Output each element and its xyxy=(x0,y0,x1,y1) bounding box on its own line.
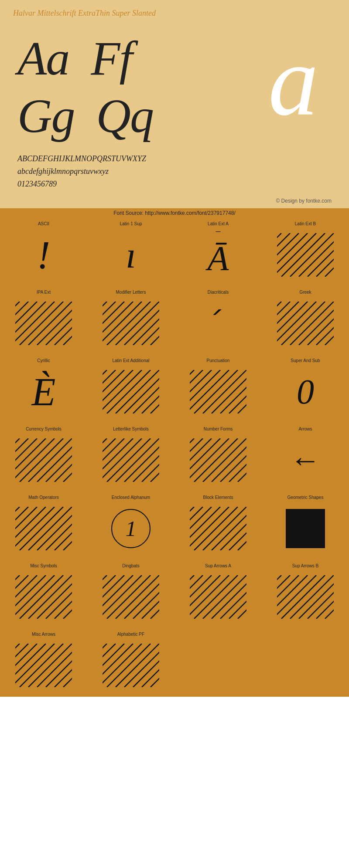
svg-line-161 xyxy=(299,575,334,619)
svg-line-28 xyxy=(116,302,159,345)
glyph-cell: Sup Arrows B xyxy=(262,560,349,628)
svg-line-115 xyxy=(194,507,238,550)
svg-line-38 xyxy=(281,302,325,345)
big-letter-a: a xyxy=(268,31,318,131)
svg-line-105 xyxy=(28,507,72,550)
specimen-area: Aa Ff Gg Qq a ABCDEFGHIJKLMNOPQRSTUVWXYZ… xyxy=(13,27,336,194)
glyph-cell: ASCII ! xyxy=(0,218,87,286)
glyph-display: ‾ Ā xyxy=(183,229,253,281)
svg-line-73 xyxy=(37,438,72,482)
glyph-label: Misc Arrows xyxy=(32,632,55,637)
svg-line-172 xyxy=(37,644,72,687)
glyph-display: 1 xyxy=(96,502,166,555)
glyph-display xyxy=(9,434,79,486)
glyph-display xyxy=(270,229,340,281)
glyph-cell: Geometric Shapes xyxy=(262,492,349,560)
svg-line-126 xyxy=(20,575,63,619)
glyph-cell: Enclosed Alphanum 1 xyxy=(87,492,174,560)
svg-line-182 xyxy=(116,644,159,687)
glyph-label: Greek xyxy=(299,290,311,295)
svg-line-62 xyxy=(212,370,246,414)
uppercase-letters: ABCDEFGHIJKLMNOPQRSTUVWXYZ xyxy=(17,153,336,165)
svg-line-5 xyxy=(281,233,325,277)
glyph-display: È xyxy=(9,366,79,418)
svg-line-94 xyxy=(203,438,246,482)
letter-pair-ff: Ff xyxy=(91,31,132,86)
glyph-label: Block Elements xyxy=(203,495,233,500)
glyph-cell: Block Elements xyxy=(174,492,262,560)
glyph-display: 0 xyxy=(270,366,340,418)
glyph-cell: Diacriticals ́ xyxy=(174,286,262,355)
svg-line-60 xyxy=(194,370,238,414)
zero-italic-char: 0 xyxy=(297,372,314,412)
glyph-cell: Number Forms xyxy=(174,423,262,492)
glyph-label: Modifier Letters xyxy=(116,290,146,295)
glyph-label: Arrows xyxy=(298,427,312,431)
glyph-label: Sup Arrows B xyxy=(292,563,319,568)
svg-line-7 xyxy=(299,233,334,277)
arrow-left-char: ← xyxy=(290,443,321,478)
glyph-label: Geometric Shapes xyxy=(287,495,324,500)
glyph-cell: Latin Ext Additional xyxy=(87,355,174,423)
svg-line-82 xyxy=(107,438,151,482)
glyph-cell: Latin Ext A ‾ Ā xyxy=(174,218,262,286)
svg-line-83 xyxy=(116,438,159,482)
letter-pair-gg: Gg xyxy=(17,88,74,144)
svg-line-51 xyxy=(124,370,159,414)
glyph-grid: ASCII ! Latin 1 Sup ı Latin Ext A ‾ Ā La… xyxy=(0,218,349,697)
svg-line-16 xyxy=(20,302,63,345)
svg-line-49 xyxy=(107,370,151,414)
glyph-cell: Sup Arrows A xyxy=(174,560,262,628)
black-square-char xyxy=(286,509,325,548)
svg-line-27 xyxy=(107,302,151,345)
source-line: Font Source: http://www.fontke.com/font/… xyxy=(0,208,349,218)
glyph-cell: Modifier Letters xyxy=(87,286,174,355)
glyph-display xyxy=(9,639,79,692)
exclaim-char: ! xyxy=(37,233,50,278)
glyph-label: Number Forms xyxy=(204,427,233,431)
glyph-label: Math Operators xyxy=(28,495,58,500)
svg-line-40 xyxy=(299,302,334,345)
glyph-cell: Dingbats xyxy=(87,560,174,628)
svg-line-50 xyxy=(116,370,159,414)
glyph-display: ← xyxy=(270,434,340,486)
circled-1-char: 1 xyxy=(111,509,151,548)
svg-line-137 xyxy=(107,575,151,619)
glyph-display xyxy=(9,502,79,555)
glyph-label: Punctuation xyxy=(207,358,230,363)
svg-line-171 xyxy=(28,644,72,687)
svg-line-139 xyxy=(124,575,159,619)
lowercase-letters: abcdefghijklmnopqrstuvwxyz xyxy=(17,165,336,178)
glyph-cell: Math Operators xyxy=(0,492,87,560)
glyph-label: IPA Ext xyxy=(37,290,51,295)
glyph-cell: Misc Arrows xyxy=(0,628,87,697)
letter-pair-qq: Qq xyxy=(96,88,153,144)
glyph-label: Misc Symbols xyxy=(30,563,57,568)
glyph-label: Super And Sub xyxy=(291,358,320,363)
svg-line-181 xyxy=(107,644,151,687)
svg-line-128 xyxy=(37,575,72,619)
glyph-display xyxy=(270,571,340,623)
glyph-label: Letterlike Symbols xyxy=(113,427,149,431)
svg-line-150 xyxy=(212,575,246,619)
svg-line-61 xyxy=(203,370,246,414)
svg-line-148 xyxy=(194,575,238,619)
glyph-label: Cyrillic xyxy=(37,358,50,363)
glyph-cell: Greek xyxy=(262,286,349,355)
glyph-display xyxy=(96,434,166,486)
glyph-label: Dingbats xyxy=(122,563,139,568)
glyph-cell: IPA Ext xyxy=(0,286,87,355)
svg-line-17 xyxy=(28,302,72,345)
glyph-label: Enclosed Alphanum xyxy=(112,495,150,500)
svg-line-149 xyxy=(203,575,246,619)
glyph-cell: Currency Symbols xyxy=(0,423,87,492)
glyph-cell: Latin 1 Sup ı xyxy=(87,218,174,286)
svg-line-18 xyxy=(37,302,72,345)
svg-line-117 xyxy=(212,507,246,550)
glyph-display xyxy=(96,366,166,418)
glyph-cell: Super And Sub 0 xyxy=(262,355,349,423)
glyph-display xyxy=(270,502,340,555)
svg-line-127 xyxy=(28,575,72,619)
glyph-display: ́ xyxy=(183,297,253,349)
glyphs-section: ASCII ! Latin 1 Sup ı Latin Ext A ‾ Ā La… xyxy=(0,218,349,697)
